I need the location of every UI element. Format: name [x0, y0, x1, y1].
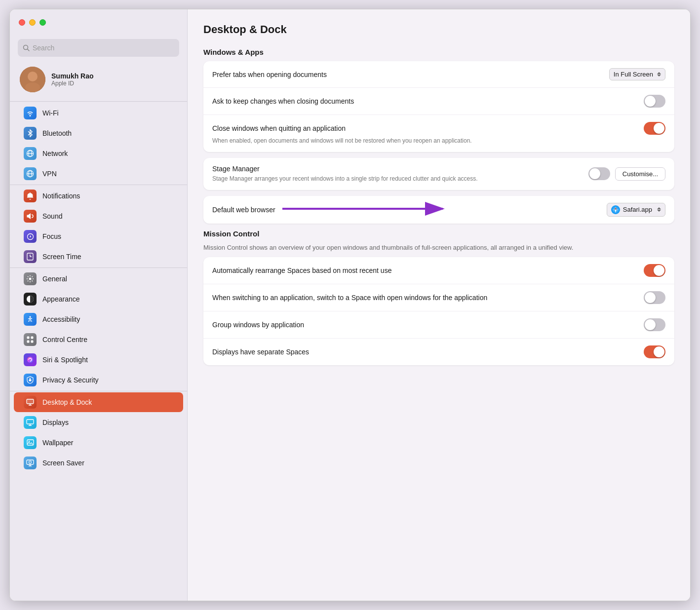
- sidebar-item-focus[interactable]: Focus: [14, 227, 183, 246]
- section-header-mission-control: Mission Control: [203, 229, 674, 238]
- auto-rearrange-toggle[interactable]: [644, 264, 665, 277]
- focus-icon: [24, 230, 37, 243]
- sidebar-item-label-displays: Displays: [42, 419, 69, 426]
- sidebar-item-accessibility[interactable]: Accessibility: [14, 309, 183, 329]
- browser-arrow-up: [657, 207, 661, 209]
- group-windows-toggle-knob: [645, 319, 656, 330]
- sound-icon: [24, 210, 37, 223]
- ask-keep-label: Ask to keep changes when closing documen…: [212, 97, 644, 105]
- sidebar-item-label-wifi: Wi-Fi: [42, 109, 59, 117]
- privacy-icon: [24, 374, 37, 386]
- main-content: Desktop & Dock Windows & Apps Prefer tab…: [188, 9, 690, 601]
- sidebar-item-label-vpn: VPN: [42, 170, 57, 178]
- card-default-browser: Default web browser: [203, 196, 674, 224]
- sidebar-item-bluetooth[interactable]: Bluetooth: [14, 123, 183, 143]
- screensaver-icon: [24, 457, 37, 469]
- divider-1: [10, 101, 187, 102]
- sidebar-item-screentime[interactable]: Screen Time: [14, 247, 183, 267]
- prefer-tabs-dropdown[interactable]: In Full Screen: [609, 68, 665, 80]
- card-stage-manager: Stage Manager Stage Manager arranges you…: [203, 158, 674, 190]
- sidebar-item-label-notifications: Notifications: [42, 192, 80, 200]
- sidebar-item-displays[interactable]: Displays: [14, 413, 183, 432]
- prefer-tabs-label: Prefer tabs when opening documents: [212, 71, 609, 78]
- close-windows-top: Close windows when quitting an applicati…: [212, 122, 665, 135]
- sidebar-item-screensaver[interactable]: Screen Saver: [14, 453, 183, 473]
- default-browser-label: Default web browser: [212, 206, 607, 214]
- maximize-button[interactable]: [39, 19, 46, 26]
- sidebar-item-wifi[interactable]: Wi-Fi: [14, 103, 183, 123]
- sidebar-item-label-network: Network: [42, 150, 68, 157]
- prefer-tabs-value: In Full Screen: [614, 71, 653, 78]
- switch-space-toggle-knob: [645, 292, 656, 303]
- browser-dropdown-arrow: [657, 207, 661, 212]
- displays-icon: [24, 416, 37, 429]
- svg-rect-31: [27, 460, 34, 464]
- network-icon: [24, 147, 37, 160]
- search-bar[interactable]: Search: [18, 39, 179, 57]
- page-title: Desktop & Dock: [203, 23, 674, 36]
- displays-separate-toggle[interactable]: [644, 345, 665, 358]
- displays-separate-label: Displays have separate Spaces: [212, 348, 644, 356]
- sidebar-item-vpn[interactable]: VPN: [14, 164, 183, 184]
- svg-line-1: [28, 49, 30, 51]
- sidebar-item-siri[interactable]: Siri & Spotlight: [14, 350, 183, 370]
- card-mission-control: Automatically rearrange Spaces based on …: [203, 257, 674, 365]
- svg-point-21: [27, 357, 33, 363]
- default-browser-selector[interactable]: Safari.app: [607, 203, 665, 217]
- sidebar-item-controlcentre[interactable]: Control Centre: [14, 330, 183, 349]
- sidebar-item-notifications[interactable]: Notifications: [14, 186, 183, 206]
- switch-space-toggle[interactable]: [644, 291, 665, 304]
- user-name: Sumukh Rao: [51, 72, 94, 80]
- controlcentre-icon: [24, 333, 37, 346]
- close-button[interactable]: [19, 19, 25, 26]
- svg-point-4: [25, 82, 40, 92]
- bluetooth-icon: [24, 127, 37, 140]
- divider-8: [10, 267, 187, 268]
- ask-keep-toggle-knob: [645, 96, 656, 107]
- general-icon: [24, 272, 37, 285]
- stage-manager-text: Stage Manager Stage Manager arranges you…: [212, 165, 581, 183]
- appearance-icon: [24, 293, 37, 305]
- setting-default-browser: Default web browser: [203, 196, 674, 224]
- sidebar-item-label-screensaver: Screen Saver: [42, 459, 84, 467]
- avatar-image: [20, 67, 45, 92]
- sidebar-item-general[interactable]: General: [14, 269, 183, 289]
- sidebar-item-label-desktop: Desktop & Dock: [42, 398, 92, 406]
- sidebar-item-privacy[interactable]: Privacy & Security: [14, 370, 183, 390]
- wallpaper-icon: [24, 436, 37, 449]
- sidebar-item-wallpaper[interactable]: Wallpaper: [14, 433, 183, 453]
- sidebar-item-label-general: General: [42, 275, 67, 283]
- titlebar: [10, 9, 187, 35]
- sidebar-item-label-siri: Siri & Spotlight: [42, 356, 88, 364]
- accessibility-icon: [24, 313, 37, 326]
- stage-manager-toggle[interactable]: [588, 167, 610, 180]
- section-header-windows-apps: Windows & Apps: [203, 48, 674, 56]
- setting-auto-rearrange: Automatically rearrange Spaces based on …: [203, 257, 674, 284]
- browser-arrow-down: [657, 210, 661, 212]
- sidebar-item-desktop[interactable]: Desktop & Dock: [14, 392, 183, 412]
- auto-rearrange-label: Automatically rearrange Spaces based on …: [212, 267, 644, 274]
- safari-icon: [611, 205, 620, 214]
- svg-rect-23: [27, 399, 34, 404]
- customise-button[interactable]: Customise...: [615, 167, 665, 181]
- divider-14: [10, 391, 187, 391]
- svg-point-3: [28, 72, 38, 81]
- group-windows-label: Group windows by application: [212, 321, 644, 329]
- sidebar-item-sound[interactable]: Sound: [14, 206, 183, 226]
- sidebar: Search Sumukh Rao Apple ID: [10, 9, 188, 601]
- setting-stage-manager: Stage Manager Stage Manager arranges you…: [203, 158, 674, 190]
- sidebar-item-appearance[interactable]: Appearance: [14, 289, 183, 309]
- ask-keep-toggle[interactable]: [644, 95, 665, 108]
- close-windows-sublabel: When enabled, open documents and windows…: [212, 137, 499, 145]
- sidebar-item-network[interactable]: Network: [14, 144, 183, 163]
- vpn-icon: [24, 167, 37, 180]
- sidebar-item-label-bluetooth: Bluetooth: [42, 129, 72, 137]
- user-subtitle: Apple ID: [51, 80, 94, 87]
- group-windows-toggle[interactable]: [644, 318, 665, 331]
- user-row[interactable]: Sumukh Rao Apple ID: [10, 63, 187, 100]
- displays-separate-toggle-knob: [654, 346, 664, 357]
- close-windows-toggle[interactable]: [644, 122, 665, 135]
- notifications-icon: [24, 190, 37, 202]
- main-window: Search Sumukh Rao Apple ID: [9, 9, 691, 601]
- minimize-button[interactable]: [29, 19, 36, 26]
